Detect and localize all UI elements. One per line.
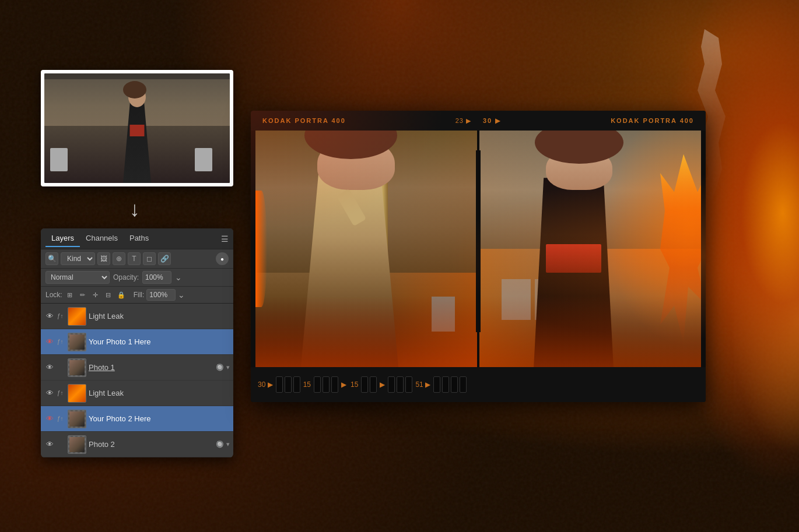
blend-mode-select[interactable]: Normal (45, 271, 110, 284)
layer-row-light-leak-2[interactable]: 👁 ƒ↑ Light Leak (41, 380, 233, 406)
opacity-label: Opacity: (113, 273, 139, 281)
lock-fill-row: Lock: ⊞ ✏ ✛ ⊟ 🔒 Fill: ⌄ (41, 287, 233, 304)
lock-transparency-icon[interactable]: ⊞ (65, 290, 75, 300)
film-strip: KODAK PORTRA 400 23 ▶ 30 ▶ KODAK PORTRA … (251, 111, 706, 402)
layer-visibility-eye-5[interactable]: 👁 (44, 414, 55, 424)
layer-chevron-photo2[interactable]: ▾ (226, 441, 230, 448)
layers-tabs-bar: Layers Channels Paths ☰ (41, 228, 233, 249)
woman-red-top (130, 125, 145, 136)
sprocket-hole-14 (451, 376, 458, 393)
layer-name-light-leak-2: Light Leak (89, 389, 230, 397)
photo2-red-top (546, 244, 601, 273)
layer-name-photo1-here: Your Photo 1 Here (89, 337, 230, 346)
fill-input[interactable] (146, 289, 176, 301)
photo2-bottom-glow (479, 296, 701, 367)
fill-label: Fill: (134, 291, 145, 299)
film-photo-slot-1 (255, 131, 477, 367)
fill-chevron-icon[interactable]: ⌄ (178, 290, 185, 300)
sprocket-arrow-3: ▶ (380, 380, 385, 389)
layer-badge-photo2: 🔘 (216, 441, 224, 448)
layer-row-photo2[interactable]: 👁 Photo 2 🔘 ▾ (41, 432, 233, 457)
layer-thumbnail-photo2 (68, 435, 86, 454)
lock-label: Lock: (45, 291, 62, 299)
layer-fx-badge-1: ƒ↑ (57, 313, 65, 319)
photo-preview (41, 70, 233, 186)
film-label-middle: 30 ▶ (483, 117, 501, 125)
layer-visibility-eye-4[interactable]: 👁 (44, 388, 55, 399)
layer-visibility-eye-1[interactable]: 👁 (44, 311, 55, 322)
layers-filter-adjust-icon[interactable]: ⊕ (113, 252, 125, 265)
film-divider (476, 150, 481, 332)
sprocket-num-2: 15 (303, 380, 311, 389)
sprocket-hole-6 (331, 376, 338, 393)
layer-visibility-eye-3[interactable]: 👁 (44, 362, 55, 373)
sprocket-hole-2 (285, 376, 292, 393)
layers-filter-smart-icon[interactable]: 🔗 (158, 252, 171, 265)
main-content: ↓ Layers Channels Paths ☰ 🔍 Kind 🖼 ⊕ T ◻… (0, 0, 799, 532)
sprocket-hole-11 (405, 376, 412, 393)
opacity-chevron-icon[interactable]: ⌄ (175, 273, 182, 282)
lock-paint-icon[interactable]: ✏ (78, 290, 88, 300)
layers-kind-select[interactable]: Kind (61, 252, 95, 265)
layer-name-photo2-here: Your Photo 2 Here (89, 414, 230, 423)
sprocket-hole-5 (323, 376, 330, 393)
film-label-right: KODAK PORTRA 400 (611, 117, 694, 124)
film-top-bar: KODAK PORTRA 400 23 ▶ 30 ▶ KODAK PORTRA … (251, 111, 706, 131)
chair-left (50, 148, 68, 171)
lock-all-icon[interactable]: 🔒 (116, 290, 127, 300)
layer-thumbnail-photo1-here (68, 333, 86, 351)
layers-panel[interactable]: Layers Channels Paths ☰ 🔍 Kind 🖼 ⊕ T ◻ 🔗… (41, 228, 233, 457)
film-photos-area (251, 131, 706, 367)
layer-row-photo1[interactable]: 👁 Photo 1 🔘 ▾ (41, 355, 233, 380)
film-strip-area: KODAK PORTRA 400 23 ▶ 30 ▶ KODAK PORTRA … (251, 111, 706, 402)
opacity-input[interactable] (142, 271, 171, 284)
layer-fx-badge-5: ƒ↑ (57, 415, 65, 422)
woman-hair (123, 81, 146, 98)
sprocket-hole-3 (293, 376, 300, 393)
film-photo-slot-2 (479, 131, 701, 367)
layers-filter-toggle[interactable]: ● (216, 252, 229, 265)
tab-paths[interactable]: Paths (124, 230, 155, 247)
chair-right (195, 148, 212, 171)
layer-badge-photo1: 🔘 (216, 364, 224, 371)
sprocket-hole-9 (388, 376, 395, 393)
layer-visibility-eye-6[interactable]: 👁 (44, 439, 55, 450)
arrow-down: ↓ (129, 197, 140, 221)
sprocket-hole-4 (314, 376, 321, 393)
photo1-bottom-glow (255, 296, 477, 367)
blend-opacity-row: Normal Opacity: ⌄ (41, 269, 233, 287)
sprocket-hole-1 (276, 376, 283, 393)
layers-filter-search-icon[interactable]: 🔍 (45, 252, 58, 265)
sprocket-num-4: 51 ▶ (415, 380, 430, 389)
layers-panel-menu-icon[interactable]: ☰ (221, 234, 229, 244)
layer-chevron-photo1[interactable]: ▾ (226, 364, 230, 371)
photo-preview-inner (44, 73, 230, 183)
layer-thumbnail-photo1 (68, 358, 86, 377)
tab-channels[interactable]: Channels (80, 230, 124, 247)
layer-row-light-leak-1[interactable]: 👁 ƒ↑ Light Leak (41, 304, 233, 329)
sprocket-num-3: 15 (351, 380, 358, 389)
layer-row-photo1-here[interactable]: 👁 ƒ↑ Your Photo 1 Here (41, 329, 233, 355)
film-bottom-bar: 30 ▶ 15 ▶ 15 ▶ 51 ▶ (251, 367, 706, 402)
sprocket-hole-10 (397, 376, 404, 393)
layer-name-photo2: Photo 2 (89, 440, 213, 449)
layer-thumbnail-light-leak-1 (68, 307, 86, 326)
sprocket-arrow-2: ▶ (341, 380, 346, 389)
layers-filter-type-icon[interactable]: T (128, 252, 141, 265)
lock-move-icon[interactable]: ✛ (90, 290, 101, 300)
layer-name-photo1: Photo 1 (89, 363, 213, 372)
sprocket-hole-7 (361, 376, 368, 393)
layer-thumbnail-light-leak-2 (68, 384, 86, 403)
layers-filter-pixel-icon[interactable]: 🖼 (97, 252, 110, 265)
layer-row-photo2-here[interactable]: 👁 ƒ↑ Your Photo 2 Here (41, 406, 233, 432)
sprocket-hole-15 (460, 376, 467, 393)
layer-visibility-eye-2[interactable]: 👁 (44, 337, 55, 347)
sprocket-hole-12 (433, 376, 440, 393)
lock-artboard-icon[interactable]: ⊟ (103, 290, 114, 300)
layer-fx-badge-2: ƒ↑ (57, 339, 65, 345)
sprocket-hole-13 (442, 376, 449, 393)
layers-filter-shape-icon[interactable]: ◻ (143, 252, 156, 265)
tab-layers[interactable]: Layers (45, 230, 80, 247)
film-number-left: 23 ▶ (455, 117, 471, 125)
layer-fx-badge-4: ƒ↑ (57, 390, 65, 396)
